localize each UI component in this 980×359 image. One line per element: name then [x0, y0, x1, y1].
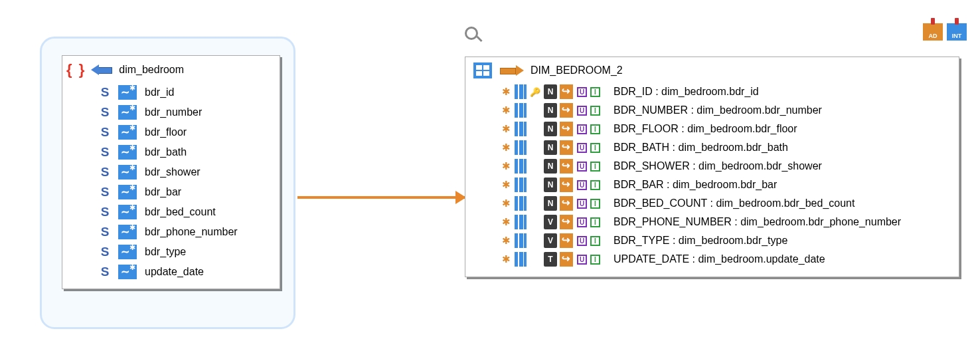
target-column-row[interactable]: ✱NUIBDR_FLOOR : dim_bedroom.bdr_floor — [471, 120, 952, 138]
column-icon — [515, 159, 527, 174]
key-spacer — [529, 215, 541, 229]
target-column-label: BDR_NUMBER : dim_bedroom.bdr_number — [613, 104, 822, 116]
insert-flag-icon: I — [590, 87, 600, 97]
source-container: { } dim_bedroom Sbdr_idSbdr_numberSbdr_f… — [40, 37, 295, 329]
mapping-arrow-icon — [297, 196, 465, 199]
insert-flag-icon: I — [590, 255, 600, 265]
source-field-row[interactable]: Sbdr_bar — [62, 182, 273, 202]
source-field-name: bdr_phone_number — [145, 226, 238, 238]
insert-flag-icon: I — [590, 180, 600, 190]
target-column-row[interactable]: ✱NUIBDR_SHOWER : dim_bedroom.bdr_shower — [471, 157, 952, 176]
target-column-row[interactable]: ✱NUIBDR_BED_COUNT : dim_bedroom.bdr_bed_… — [471, 194, 952, 213]
target-header: DIM_BEDROOM_2 — [471, 62, 952, 78]
source-field-row[interactable]: Sbdr_phone_number — [62, 222, 273, 242]
field-chip-icon — [118, 185, 137, 199]
expression-icon — [560, 196, 573, 211]
field-chip-icon — [118, 225, 137, 239]
expression-icon — [560, 233, 573, 248]
datatype-badge: N — [544, 103, 557, 118]
field-chip-icon — [118, 245, 137, 259]
target-column-row[interactable]: ✱🔑NUIBDR_ID : dim_bedroom.bdr_id — [471, 82, 952, 101]
update-flag-icon: U — [577, 236, 587, 246]
string-type-icon: S — [100, 105, 110, 120]
field-chip-icon — [118, 165, 137, 180]
source-field-name: bdr_bath — [145, 146, 187, 158]
field-chip-icon — [118, 145, 137, 160]
source-field-row[interactable]: Sbdr_id — [62, 82, 273, 102]
string-type-icon: S — [100, 205, 110, 219]
source-field-name: bdr_bed_count — [145, 206, 216, 218]
target-column-label: UPDATE_DATE : dim_bedroom.update_date — [613, 253, 825, 265]
update-flag-icon: U — [577, 124, 587, 134]
column-icon — [515, 122, 527, 136]
int-icon[interactable]: INT — [947, 23, 967, 41]
datatype-badge: V — [544, 233, 557, 248]
expression-icon — [560, 178, 573, 192]
insert-flag-icon: I — [590, 106, 600, 116]
source-field-row[interactable]: Supdate_date — [62, 262, 273, 282]
target-column-label: BDR_SHOWER : dim_bedroom.bdr_shower — [613, 160, 822, 172]
string-type-icon: S — [100, 225, 110, 239]
key-spacer — [529, 233, 541, 248]
ad-icon-label: AD — [924, 33, 941, 39]
target-column-label: BDR_FLOOR : dim_bedroom.bdr_floor — [613, 123, 797, 135]
insert-flag-icon: I — [590, 162, 600, 172]
update-flag-icon: U — [577, 143, 587, 153]
target-column-row[interactable]: ✱NUIBDR_BATH : dim_bedroom.bdr_bath — [471, 138, 952, 157]
field-chip-icon — [118, 205, 137, 219]
string-type-icon: S — [100, 165, 110, 180]
update-flag-icon: U — [577, 217, 587, 227]
source-field-row[interactable]: Sbdr_number — [62, 102, 273, 122]
required-star-icon: ✱ — [500, 215, 512, 229]
expression-icon — [560, 84, 573, 99]
update-flag-icon: U — [577, 106, 587, 116]
update-flag-icon: U — [577, 162, 587, 172]
source-field-name: bdr_id — [145, 86, 174, 98]
insert-flag-icon: I — [590, 236, 600, 246]
table-grid-icon — [473, 62, 492, 78]
target-column-row[interactable]: ✱VUIBDR_TYPE : dim_bedroom.bdr_type — [471, 231, 952, 250]
update-flag-icon: U — [577, 87, 587, 97]
column-icon — [515, 84, 527, 99]
target-column-row[interactable]: ✱VUIBDR_PHONE_NUMBER : dim_bedroom.bdr_p… — [471, 213, 952, 231]
source-field-row[interactable]: Sbdr_shower — [62, 162, 273, 182]
update-flag-icon: U — [577, 255, 587, 265]
source-field-name: update_date — [145, 266, 204, 278]
field-chip-icon — [118, 265, 137, 279]
source-title: dim_bedroom — [119, 64, 184, 76]
required-star-icon: ✱ — [500, 140, 512, 155]
expression-icon — [560, 215, 573, 229]
datatype-badge: V — [544, 215, 557, 229]
source-panel[interactable]: { } dim_bedroom Sbdr_idSbdr_numberSbdr_f… — [62, 55, 280, 289]
source-field-row[interactable]: Sbdr_floor — [62, 122, 273, 142]
datatype-badge: N — [544, 159, 557, 174]
target-column-row[interactable]: ✱NUIBDR_NUMBER : dim_bedroom.bdr_number — [471, 101, 952, 120]
required-star-icon: ✱ — [500, 233, 512, 248]
ad-icon[interactable]: AD — [923, 23, 943, 41]
target-panel[interactable]: DIM_BEDROOM_2 ✱🔑NUIBDR_ID : dim_bedroom.… — [465, 57, 959, 277]
target-column-label: BDR_TYPE : dim_bedroom.bdr_type — [613, 235, 787, 247]
required-star-icon: ✱ — [500, 178, 512, 192]
target-column-row[interactable]: ✱TUIUPDATE_DATE : dim_bedroom.update_dat… — [471, 250, 952, 269]
target-column-label: BDR_BATH : dim_bedroom.bdr_bath — [613, 142, 788, 154]
column-icon — [515, 178, 527, 192]
search-icon[interactable] — [465, 27, 485, 47]
key-spacer — [529, 178, 541, 192]
key-spacer — [529, 159, 541, 174]
required-star-icon: ✱ — [500, 252, 512, 267]
source-field-row[interactable]: Sbdr_bed_count — [62, 202, 273, 222]
required-star-icon: ✱ — [500, 103, 512, 118]
arrow-right-icon — [500, 66, 523, 75]
column-icon — [515, 140, 527, 155]
insert-flag-icon: I — [590, 217, 600, 227]
key-spacer — [529, 252, 541, 267]
required-star-icon: ✱ — [500, 122, 512, 136]
datatype-badge: N — [544, 178, 557, 192]
target-column-label: BDR_BED_COUNT : dim_bedroom.bdr_bed_coun… — [613, 197, 855, 209]
datatype-badge: T — [544, 252, 557, 267]
column-icon — [515, 252, 527, 267]
source-field-row[interactable]: Sbdr_type — [62, 242, 273, 262]
target-column-row[interactable]: ✱NUIBDR_BAR : dim_bedroom.bdr_bar — [471, 176, 952, 194]
target-column-label: BDR_BAR : dim_bedroom.bdr_bar — [613, 179, 777, 191]
source-field-row[interactable]: Sbdr_bath — [62, 142, 273, 162]
